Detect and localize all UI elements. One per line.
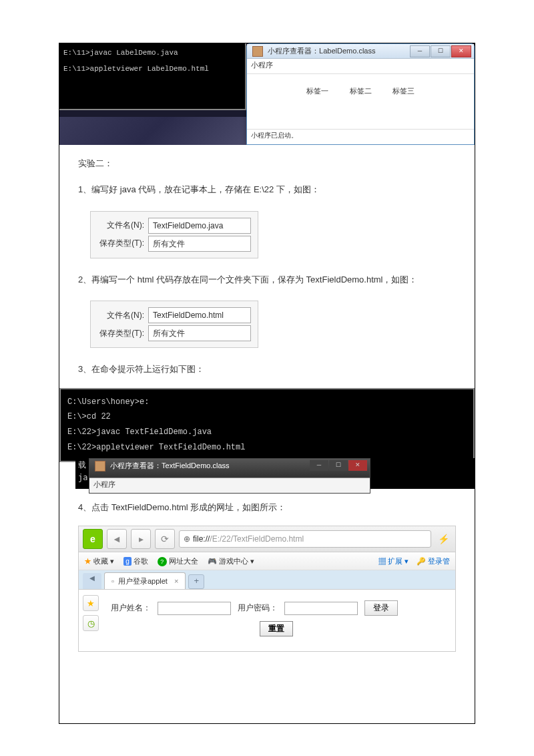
url-protocol: file:// <box>193 534 210 544</box>
filename-label: 文件名(N): <box>97 310 144 321</box>
browser-logo-icon[interactable]: e <box>83 529 103 549</box>
save-dialog-1: 文件名(N): TextFieldDemo.java 保存类型(T): 所有文件 <box>90 211 258 258</box>
java-icon <box>95 461 105 471</box>
username-label: 用户姓名： <box>111 602 151 614</box>
reset-button[interactable]: 重置 <box>260 621 293 636</box>
applet-content: 标签一 标签二 标签三 <box>247 74 474 108</box>
applet-viewer-window: 小程序查看器：LabelDemo.class ─ ☐ ✕ 小程序 标签一 标签二… <box>246 43 475 145</box>
minimize-button[interactable]: ─ <box>410 45 430 57</box>
sites-link[interactable]: 网址大全 <box>169 557 198 565</box>
screenshot-cmd-applet-1: E:\11>javac LabelDemo.java E:\11>appletv… <box>59 43 475 145</box>
step-2-text: 2、再编写一个 html 代码存放在同一个文件夹下面，保存为 TextField… <box>78 272 456 287</box>
forward-button[interactable]: ▸ <box>131 529 151 549</box>
cmd-line: C:\Users\honey>e: <box>67 395 467 410</box>
puzzle-icon: ▦ <box>378 557 386 565</box>
favorites-label[interactable]: 收藏 <box>93 557 108 565</box>
step-1-text: 1、编写好 java 代码，放在记事本上，存储在 E:\22 下，如图： <box>78 182 456 197</box>
cmd-partial: ja <box>78 473 87 482</box>
close-button[interactable]: ✕ <box>451 45 471 57</box>
tab-list-button[interactable]: ◄ <box>83 573 101 589</box>
filetype-field[interactable]: 所有文件 <box>148 325 251 341</box>
page-icon: ▫ <box>111 577 114 585</box>
save-dialog-2: 文件名(N): TextFieldDemo.html 保存类型(T): 所有文件 <box>90 301 258 348</box>
browser-tab[interactable]: ▫ 用户登录applet × <box>104 572 186 589</box>
sidebar-star-icon[interactable]: ★ <box>83 595 99 611</box>
username-input[interactable] <box>158 602 231 615</box>
google-link[interactable]: 谷歌 <box>134 557 148 565</box>
reload-button[interactable]: ⟳ <box>155 529 175 549</box>
close-button[interactable]: ✕ <box>348 460 367 471</box>
label-2: 标签二 <box>350 87 372 95</box>
label-3: 标签三 <box>392 87 415 95</box>
filetype-label: 保存类型(T): <box>97 328 144 339</box>
password-label: 用户密码： <box>238 602 278 614</box>
label-1: 标签一 <box>306 87 328 95</box>
extensions-link[interactable]: 扩展 <box>388 557 403 565</box>
cmd-line: E:\11>javac LabelDemo.java <box>63 47 241 59</box>
minimize-button[interactable]: ─ <box>310 460 328 471</box>
google-icon: g <box>123 557 131 566</box>
filetype-field[interactable]: 所有文件 <box>148 236 251 252</box>
cmd-line: E:\>cd 22 <box>67 409 467 425</box>
status-bar: 小程序已启动。 <box>247 129 474 144</box>
cmd-line: E:\22>appletviewer TextFieldDemo.html <box>67 440 467 455</box>
address-bar[interactable]: ⊕ file:///E:/22/TextFieldDemo.html <box>179 530 431 548</box>
window-title-text: 小程序查看器：TextFieldDemo.class <box>110 461 229 469</box>
close-tab-icon[interactable]: × <box>174 577 178 585</box>
cmd-line: E:\11>appletviewer LabelDemo.html <box>63 63 241 75</box>
step-4-text: 4、点击 TextFieldDemo.html 形成的网址，如图所示： <box>78 500 456 515</box>
new-tab-button[interactable]: + <box>188 574 204 589</box>
bolt-icon[interactable]: ⚡ <box>435 531 451 547</box>
tab-title: 用户登录applet <box>118 576 168 586</box>
page-content: ★ ◷ 用户姓名： 用户密码： 登录 重置 <box>79 589 455 651</box>
browser-nav-bar: e ◄ ▸ ⟳ ⊕ file:///E:/22/TextFieldDemo.ht… <box>79 526 455 552</box>
login-mgr-link[interactable]: 登录管 <box>428 557 450 565</box>
desktop-background <box>59 117 246 145</box>
back-button[interactable]: ◄ <box>107 529 127 549</box>
step-3-text: 3、在命令提示符上运行如下图： <box>78 361 456 377</box>
filename-field[interactable]: TextFieldDemo.java <box>148 218 251 234</box>
cmd-partial: 载 <box>78 459 86 471</box>
maximize-button[interactable]: ☐ <box>431 45 451 57</box>
password-input[interactable] <box>284 602 358 615</box>
filename-field[interactable]: TextFieldDemo.html <box>148 307 251 323</box>
bookmarks-bar: ★ 收藏 ▾ g 谷歌 ? 网址大全 🎮 游戏中心 ▾ ▦ 扩展 ▾ 🔑 登录管 <box>79 552 455 570</box>
login-form-row: 用户姓名： 用户密码： 登录 <box>111 600 442 616</box>
java-icon <box>252 46 263 57</box>
tab-bar: ◄ ▫ 用户登录applet × + <box>79 570 455 589</box>
applet-menu[interactable]: 小程序 <box>89 478 370 493</box>
url-path: /E:/22/TextFieldDemo.html <box>210 534 304 544</box>
games-link[interactable]: 游戏中心 <box>219 557 248 565</box>
window-titlebar: 小程序查看器：LabelDemo.class ─ ☐ ✕ <box>247 44 474 59</box>
filetype-label: 保存类型(T): <box>97 238 144 249</box>
applet-menu[interactable]: 小程序 <box>247 59 474 74</box>
experiment-title: 实验二： <box>78 156 456 171</box>
site-icon: ? <box>158 557 167 566</box>
filename-label: 文件名(N): <box>97 220 144 231</box>
cmd-window-2: C:\Users\honey>e: E:\>cd 22 E:\22>javac … <box>59 388 475 462</box>
window-titlebar: 小程序查看器：TextFieldDemo.class ─ ☐ ✕ <box>89 459 370 478</box>
shield-icon: ⊕ <box>184 534 190 544</box>
cmd-line: E:\22>javac TextFieldDemo.java <box>67 425 467 440</box>
browser-screenshot: e ◄ ▸ ⟳ ⊕ file:///E:/22/TextFieldDemo.ht… <box>78 526 456 652</box>
sidebar-clock-icon[interactable]: ◷ <box>83 615 99 631</box>
login-button[interactable]: 登录 <box>364 600 398 616</box>
window-title-text: 小程序查看器：LabelDemo.class <box>268 47 375 55</box>
maximize-button[interactable]: ☐ <box>329 460 348 471</box>
applet-viewer-window-2: 载 ja 小程序查看器：TextFieldDemo.class ─ ☐ ✕ 小程… <box>75 458 475 489</box>
cmd-window-1: E:\11>javac LabelDemo.java E:\11>appletv… <box>59 43 246 110</box>
star-icon: ★ <box>84 557 91 565</box>
